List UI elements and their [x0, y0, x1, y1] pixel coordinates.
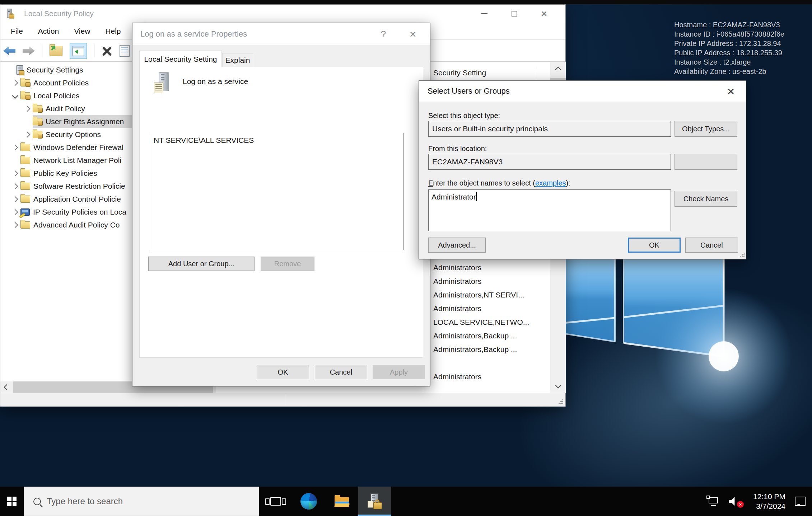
column-header-security-setting[interactable]: Security Setting: [424, 65, 551, 81]
column-header-label: Security Setting: [433, 69, 486, 77]
tree-item-label: Security Settings: [27, 66, 83, 74]
text-caret: [476, 192, 477, 201]
resize-grip[interactable]: [739, 253, 745, 258]
object-types-button[interactable]: Object Types...: [675, 121, 737, 137]
volume-muted-icon[interactable]: ×: [729, 496, 744, 507]
policy-name: Log on as a service: [183, 77, 248, 86]
security-setting-row[interactable]: Administrators: [424, 261, 551, 275]
search-input[interactable]: [46, 496, 234, 507]
tree-expander[interactable]: [10, 223, 20, 227]
tree-item-label: Windows Defender Firewal: [33, 143, 123, 152]
edge-button[interactable]: [292, 487, 325, 516]
tree-expander[interactable]: [10, 197, 20, 201]
mmc-titlebar[interactable]: Local Security Policy ×: [0, 5, 565, 23]
action-center-icon[interactable]: [795, 497, 806, 506]
file-explorer-icon: [334, 495, 350, 508]
task-view-button[interactable]: [259, 487, 292, 516]
check-names-button[interactable]: Check Names: [675, 191, 737, 207]
window-title: Local Security Policy: [24, 9, 94, 18]
advanced-button[interactable]: Advanced...: [428, 238, 486, 253]
scroll-up-button[interactable]: [550, 62, 566, 77]
tree-expander[interactable]: [10, 145, 20, 150]
ipsec-icon: [20, 208, 30, 216]
instance-info-line: Instance Size : t2.xlarge: [674, 57, 784, 67]
help-button[interactable]: ?: [373, 23, 394, 45]
object-names-input[interactable]: Administrator: [428, 189, 671, 231]
forward-icon[interactable]: [23, 47, 35, 55]
taskbar-search[interactable]: [24, 487, 259, 516]
security-setting-row[interactable]: Administrators,NT SERVI...: [424, 288, 551, 302]
tree-expander[interactable]: [10, 81, 20, 85]
close-button[interactable]: ×: [529, 5, 559, 23]
folder-icon: [20, 221, 30, 229]
tree-expander[interactable]: [10, 184, 20, 188]
menu-file[interactable]: File: [3, 27, 31, 36]
tree-expander[interactable]: [22, 132, 33, 137]
chevron-down-icon: [12, 93, 18, 99]
close-icon[interactable]: ×: [402, 23, 424, 45]
delete-icon[interactable]: [102, 46, 112, 56]
resize-grip[interactable]: [558, 399, 563, 404]
assigned-principal[interactable]: NT SERVICE\ALL SERVICES: [154, 136, 254, 144]
dialog-title: Log on as a service Properties: [140, 29, 247, 39]
cancel-button[interactable]: Cancel: [315, 365, 367, 379]
object-type-label: Select this object type:: [428, 112, 500, 120]
ok-button[interactable]: OK: [257, 365, 309, 379]
security-setting-row[interactable]: LOCAL SERVICE,NETWO...: [424, 315, 551, 329]
start-button[interactable]: [0, 487, 24, 516]
tab-local-security-setting[interactable]: Local Security Setting: [139, 51, 222, 67]
apply-button: Apply: [373, 365, 425, 379]
export-icon[interactable]: [50, 46, 62, 56]
tree-expander[interactable]: [10, 210, 20, 214]
local-security-policy-taskbar-button[interactable]: [358, 487, 391, 516]
add-user-or-group-button[interactable]: Add User or Group...: [148, 257, 255, 271]
file-explorer-button[interactable]: [325, 487, 358, 516]
locations-button[interactable]: [675, 154, 737, 170]
instance-info-line: Private IP Address : 172.31.28.94: [674, 39, 784, 48]
toolbar-separator: [94, 44, 94, 57]
security-setting-row[interactable]: Administrators: [424, 302, 551, 315]
object-type-field[interactable]: Users or Built-in security principals: [428, 121, 671, 137]
tree-expander[interactable]: [10, 171, 20, 175]
properties-icon[interactable]: [120, 45, 130, 57]
policy-folder-icon: [33, 118, 42, 125]
object-names-value: Administrator: [431, 193, 476, 201]
tree-item-label: Account Policies: [33, 79, 89, 87]
tree-item-label: Network List Manager Poli: [33, 156, 121, 165]
column-divider[interactable]: [537, 66, 537, 79]
scroll-left-button[interactable]: [0, 381, 13, 393]
security-setting-row[interactable]: Administrators: [424, 370, 551, 384]
clock-date: 3/7/2024: [753, 501, 785, 511]
examples-link[interactable]: examples: [535, 179, 566, 187]
menu-view[interactable]: View: [66, 27, 98, 36]
close-icon[interactable]: ×: [721, 81, 741, 102]
chevron-left-icon: [4, 384, 10, 390]
tab-explain[interactable]: Explain: [222, 53, 253, 67]
security-setting-row[interactable]: Administrators,Backup ...: [424, 329, 551, 343]
tree-item-label: Advanced Audit Policy Co: [33, 221, 120, 229]
show-console-tree-icon[interactable]: [70, 43, 87, 59]
local-security-policy-icon: [368, 493, 382, 509]
chevron-down-icon: [555, 383, 561, 389]
tree-expander[interactable]: [10, 94, 20, 98]
cancel-button[interactable]: Cancel: [685, 238, 738, 253]
menu-help[interactable]: Help: [98, 27, 128, 36]
clock[interactable]: 12:10 PM 3/7/2024: [753, 492, 785, 511]
location-field[interactable]: EC2AMAZ-FAN98V3: [428, 154, 671, 170]
dialog-titlebar[interactable]: Select Users or Groups: [419, 81, 746, 102]
network-icon[interactable]: [708, 497, 719, 506]
ok-button[interactable]: OK: [628, 238, 681, 253]
security-setting-row[interactable]: Administrators,Backup ...: [424, 343, 551, 356]
toolbar-separator: [42, 44, 42, 57]
remove-button: Remove: [261, 257, 314, 271]
menu-action[interactable]: Action: [31, 27, 66, 36]
tree-expander[interactable]: [22, 107, 33, 111]
scroll-down-button[interactable]: [550, 378, 566, 393]
back-icon[interactable]: [3, 47, 15, 55]
maximize-button[interactable]: [499, 5, 529, 23]
assigned-principals-list[interactable]: NT SERVICE\ALL SERVICES: [150, 133, 404, 250]
windows-logo-icon: [7, 497, 17, 506]
minimize-button[interactable]: [470, 5, 499, 23]
tree-item-label: Security Options: [46, 130, 101, 139]
security-setting-row[interactable]: Administrators: [424, 275, 551, 288]
